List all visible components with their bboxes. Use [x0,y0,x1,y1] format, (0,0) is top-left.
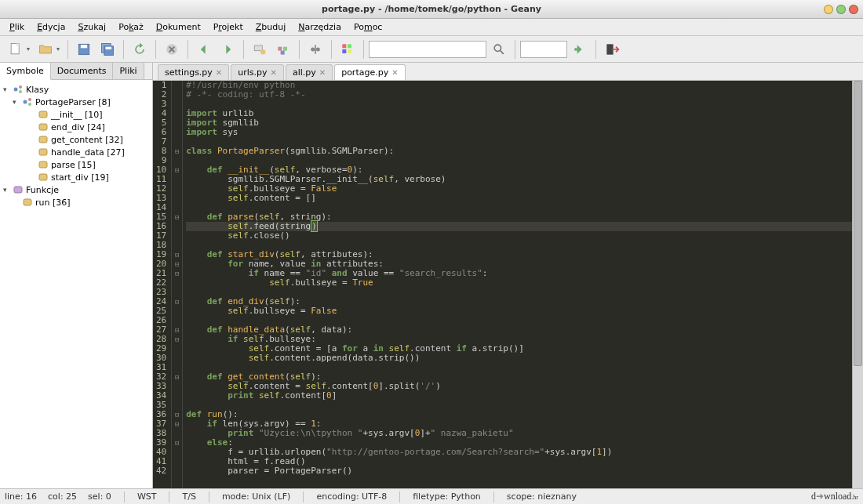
expand-icon[interactable]: ▾ [3,85,13,93]
fold-toggle[interactable]: ⊟ [172,147,182,156]
fold-toggle [172,363,182,372]
svg-rect-17 [342,49,346,53]
fold-toggle [172,222,182,231]
sidebar-tab-symbole[interactable]: Symbole [0,63,51,80]
code-lines[interactable]: #!/usr/bin/env python# -*- coding: utf-8… [183,81,852,488]
tree-item[interactable]: ▾PortageParser [8] [2,96,151,108]
tree-item[interactable]: run [36] [2,196,151,208]
fold-toggle[interactable]: ⊟ [172,269,182,278]
svg-point-13 [311,47,315,51]
run-button[interactable] [304,38,326,60]
tree-item-label: Funkcje [26,185,59,195]
close-file-button[interactable] [161,38,183,60]
titlebar: portage.py - /home/tomek/go/python - Gea… [0,0,863,19]
minimize-icon[interactable] [824,5,833,14]
new-file-button[interactable] [5,38,27,60]
menu-pomoc[interactable]: Pomoc [349,20,387,34]
code-editor[interactable]: 1234567891011121314151617181920212223242… [153,81,863,488]
color-picker-button[interactable] [337,38,359,60]
tree-item[interactable]: start_div [19] [2,171,151,183]
fold-toggle[interactable]: ⊟ [172,297,182,306]
download-logo: d➜wnload.hr [811,491,858,502]
fold-toggle[interactable]: ⊟ [172,372,182,382]
tree-item-label: end_div [24] [51,122,105,132]
symbols-tree[interactable]: ▾Klasy▾PortageParser [8]__init__ [10]end… [0,80,152,488]
goto-button[interactable] [569,38,591,60]
svg-rect-31 [39,149,47,155]
fold-toggle[interactable]: ⊟ [172,250,182,259]
close-tab-icon[interactable]: ✕ [216,68,222,77]
build-button[interactable] [272,38,294,60]
sidebar-tab-documents[interactable]: Documents [51,63,114,79]
expand-icon[interactable]: ▾ [13,98,22,106]
file-tab[interactable]: settings.py✕ [158,64,229,80]
close-tab-icon[interactable]: ✕ [271,68,277,77]
svg-point-27 [28,103,31,106]
fold-toggle[interactable]: ⊟ [172,325,182,335]
tree-item[interactable]: get_content [32] [2,133,151,146]
fold-toggle[interactable]: ⊟ [172,259,182,269]
expand-icon[interactable]: ▾ [3,186,13,194]
main-area: SymboleDocumentsPliki ▾Klasy▾PortagePars… [0,63,863,488]
file-tab-label: urls.py [238,67,267,78]
fold-toggle[interactable]: ⊟ [172,335,182,344]
file-tab[interactable]: portage.py✕ [334,64,405,80]
nav-forward-button[interactable] [217,38,239,60]
close-tab-icon[interactable]: ✕ [391,68,398,77]
reload-button[interactable] [129,38,151,60]
save-all-button[interactable] [96,38,118,60]
tree-item-label: parse [15] [51,160,96,170]
tree-item[interactable]: handle_data [27] [2,146,151,158]
svg-rect-33 [39,174,47,180]
menu-edycja[interactable]: Edycja [32,20,70,34]
chevron-down-icon[interactable]: ▾ [27,45,30,53]
tree-item[interactable]: __init__ [10] [2,108,151,121]
func-icon [13,184,24,195]
svg-rect-16 [348,44,351,48]
menu-plik[interactable]: Plik [5,20,29,34]
fold-toggle[interactable]: ⊟ [172,165,182,175]
close-tab-icon[interactable]: ✕ [319,68,326,77]
open-file-button[interactable] [35,38,56,60]
menu-dokument[interactable]: Dokument [151,20,206,34]
vertical-scrollbar[interactable] [852,81,863,488]
close-icon[interactable] [849,5,858,14]
method-icon [22,197,33,208]
chevron-down-icon[interactable]: ▾ [56,45,60,53]
menu-projekt[interactable]: Projekt [209,20,248,34]
svg-rect-15 [342,44,346,48]
fold-toggle[interactable]: ⊟ [172,410,182,419]
file-tab[interactable]: all.py✕ [286,64,333,80]
save-button[interactable] [73,38,95,60]
search-button[interactable] [488,38,510,60]
fold-toggle[interactable]: ⊟ [172,438,182,448]
sidebar-tab-pliki[interactable]: Pliki [113,63,144,79]
menu-zbuduj[interactable]: Zbuduj [251,20,291,34]
menu-narzędzia[interactable]: Narzędzia [293,20,346,34]
fold-gutter[interactable]: ⊟⊟⊟⊟⊟⊟⊟⊟⊟⊟⊟⊟⊟ [172,81,183,488]
quit-button[interactable] [601,38,623,60]
svg-point-26 [28,98,31,101]
fold-toggle [172,109,182,118]
method-icon [38,121,49,132]
maximize-icon[interactable] [836,5,846,14]
fold-toggle[interactable]: ⊟ [172,212,182,222]
file-tab[interactable]: urls.py✕ [231,64,284,80]
tree-item[interactable]: ▾Klasy [2,83,151,96]
window-controls [824,5,858,14]
tree-item[interactable]: ▾Funkcje [2,183,151,196]
fold-toggle[interactable]: ⊟ [172,419,182,429]
nav-back-button[interactable] [193,38,215,60]
menu-szukaj[interactable]: Szukaj [73,20,111,34]
menu-pokaż[interactable]: Pokaż [114,20,148,34]
status-insert: WST [137,491,157,502]
line-gutter: 1234567891011121314151617181920212223242… [153,81,172,488]
fold-toggle [172,391,182,401]
tree-item[interactable]: end_div [24] [2,121,151,133]
search-input[interactable] [369,41,486,58]
compile-button[interactable] [249,38,271,60]
tree-item[interactable]: parse [15] [2,158,151,171]
goto-line-input[interactable] [520,41,567,58]
scrollbar-thumb[interactable] [854,81,862,366]
svg-point-19 [494,45,501,51]
